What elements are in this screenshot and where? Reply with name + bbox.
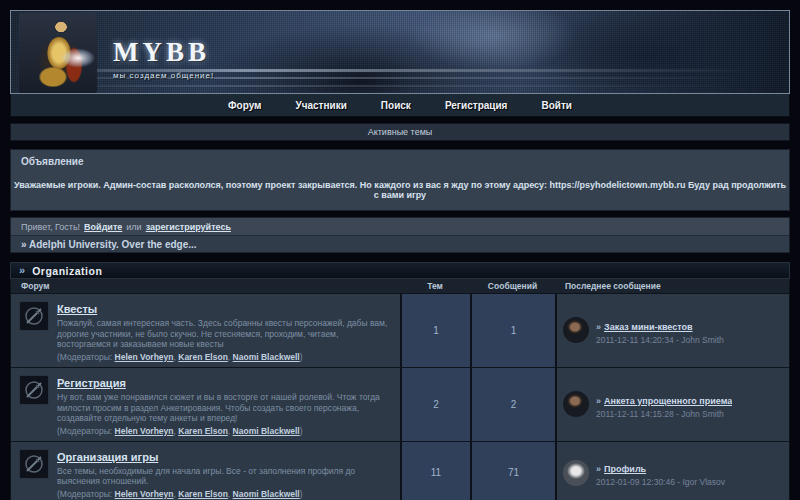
forum-icon (19, 301, 49, 331)
column-header-last-post: Последнее сообщение (555, 281, 789, 291)
moderator-link[interactable]: Helen Vorheyn (115, 426, 174, 436)
moderator-link[interactable]: Naomi Blackwell (233, 426, 300, 436)
last-post-info: »Заказ мини-квестов 2011-12-11 14:20:34 … (596, 316, 724, 345)
last-post-meta: 2012-01-09 12:30:46 - Igor Vlasov (596, 477, 725, 487)
separator: , (174, 489, 176, 499)
last-post-meta: 2011-12-11 14:15:28 - John Smith (596, 409, 732, 419)
column-header-posts: Сообщений (470, 281, 555, 291)
arrow-icon: » (596, 322, 601, 332)
threads-count: 11 (400, 442, 470, 500)
site-logo[interactable]: MYBB (113, 37, 214, 68)
or-text: или (126, 222, 141, 232)
active-topics-link[interactable]: Активные темы (368, 127, 433, 137)
moderators-label: (Модераторы: (57, 426, 112, 436)
separator: , (228, 489, 230, 499)
last-post-link[interactable]: Профиль (604, 464, 646, 474)
posts-count: 71 (470, 442, 555, 500)
category-title[interactable]: Organization (32, 265, 102, 277)
separator: ) (300, 352, 303, 362)
forum-icon (19, 449, 49, 479)
separator: , (174, 426, 176, 436)
posts-count: 2 (470, 368, 555, 441)
avatar[interactable] (563, 317, 589, 343)
table-header-row: Форум Тем Сообщений Последнее сообщение (10, 279, 790, 294)
column-header-forum: Форум (11, 281, 400, 291)
forum-icon (19, 375, 49, 405)
last-post-info: »Профиль 2012-01-09 12:30:46 - Igor Vlas… (596, 458, 725, 487)
forum-link[interactable]: Организация игры (57, 451, 158, 463)
forum-link[interactable]: Квесты (57, 303, 97, 315)
forum-cell: Организация игры Все темы, необходимые д… (11, 442, 400, 500)
spacer (10, 253, 790, 262)
forum-row-game-organization: Организация игры Все темы, необходимые д… (10, 442, 790, 500)
forum-info: Квесты Пожалуй, самая интересная часть. … (57, 299, 392, 362)
login-link[interactable]: Войдите (84, 222, 122, 232)
moderator-link[interactable]: Helen Vorheyn (115, 489, 174, 499)
moderators-line: (Модераторы: Helen Vorheyn, Karen Elson,… (57, 426, 392, 436)
arrow-icon: » (596, 396, 601, 406)
header-banner: MYBB мы создаем общение! (10, 10, 790, 94)
last-post-cell: »Заказ мини-квестов 2011-12-11 14:20:34 … (555, 294, 789, 367)
last-post-link[interactable]: Заказ мини-квестов (604, 322, 693, 332)
nav-item-members[interactable]: Участники (295, 100, 346, 111)
moderator-link[interactable]: Naomi Blackwell (233, 489, 300, 499)
welcome-panel: Привет, Гость! Войдите или зарегистрируй… (10, 217, 790, 253)
moderator-link[interactable]: Karen Elson (178, 352, 228, 362)
separator: ) (300, 426, 303, 436)
last-post-cell: »Анкета упрощенного приема 2011-12-11 14… (555, 368, 789, 441)
double-chevron-icon: » (19, 265, 25, 276)
posts-count: 1 (470, 294, 555, 367)
forum-link[interactable]: Регистрация (57, 377, 126, 389)
separator: ) (300, 489, 303, 499)
site-tagline: мы создаем общение! (113, 71, 214, 80)
forum-cell: Квесты Пожалуй, самая интересная часть. … (11, 294, 400, 367)
announcement-title: Объявление (21, 156, 84, 167)
avatar[interactable] (563, 460, 589, 486)
register-link[interactable]: зарегистрируйтесь (146, 222, 231, 232)
moderator-link[interactable]: Helen Vorheyn (115, 352, 174, 362)
forum-row-quests: Квесты Пожалуй, самая интересная часть. … (10, 294, 790, 368)
forum-cell: Регистрация Ну вот, вам уже понравился с… (11, 368, 400, 441)
threads-count: 1 (400, 294, 470, 367)
page: MYBB мы создаем общение! Форум Участники… (10, 0, 790, 500)
forum-description: Пожалуй, самая интересная часть. Здесь с… (57, 318, 392, 350)
separator: , (174, 352, 176, 362)
last-post-cell: »Профиль 2012-01-09 12:30:46 - Igor Vlas… (555, 442, 789, 500)
announcement-text: Уважаемые игроки. Админ-состав раскололс… (11, 180, 789, 200)
main-nav: Форум Участники Поиск Регистрация Войти (10, 94, 790, 117)
forum-info: Регистрация Ну вот, вам уже понравился с… (57, 373, 392, 436)
forum-row-registration: Регистрация Ну вот, вам уже понравился с… (10, 368, 790, 442)
nav-item-register[interactable]: Регистрация (445, 100, 508, 111)
forum-description: Все темы, необходимые для начала игры. В… (57, 466, 392, 487)
forum-description: Ну вот, вам уже понравился сюжет и вы в … (57, 392, 392, 424)
logo-block: MYBB мы создаем общение! (113, 37, 214, 80)
column-header-threads: Тем (400, 281, 470, 291)
moderators-line: (Модераторы: Helen Vorheyn, Karen Elson,… (57, 489, 392, 499)
moderators-label: (Модераторы: (57, 489, 112, 499)
moderator-link[interactable]: Naomi Blackwell (233, 352, 300, 362)
threads-count: 2 (400, 368, 470, 441)
moderator-link[interactable]: Karen Elson (178, 426, 228, 436)
greeting-text: Привет, Гость! (21, 222, 80, 232)
avatar[interactable] (563, 391, 589, 417)
separator: , (228, 426, 230, 436)
moderator-link[interactable]: Karen Elson (178, 489, 228, 499)
spacer (10, 141, 790, 149)
separator: , (228, 352, 230, 362)
nav-item-forum[interactable]: Форум (228, 100, 261, 111)
last-post-link[interactable]: Анкета упрощенного приема (604, 396, 732, 406)
last-post-info: »Анкета упрощенного приема 2011-12-11 14… (596, 390, 732, 419)
greeting-row: Привет, Гость! Войдите или зарегистрируй… (11, 218, 789, 235)
nav-item-login[interactable]: Войти (541, 100, 572, 111)
forum-info: Организация игры Все темы, необходимые д… (57, 447, 392, 499)
sword-glow (55, 45, 101, 71)
board-title: » Adelphi University. Over the edge... (11, 235, 789, 252)
category-header-organization[interactable]: » Organization (10, 262, 790, 279)
announcement-panel: Объявление Уважаемые игроки. Админ-соста… (10, 149, 790, 211)
moderators-line: (Модераторы: Helen Vorheyn, Karen Elson,… (57, 352, 392, 362)
active-topics-bar[interactable]: Активные темы (10, 123, 790, 141)
nav-item-search[interactable]: Поиск (381, 100, 411, 111)
moderators-label: (Модераторы: (57, 352, 112, 362)
banner-light-streak (11, 85, 789, 87)
arrow-icon: » (596, 464, 601, 474)
